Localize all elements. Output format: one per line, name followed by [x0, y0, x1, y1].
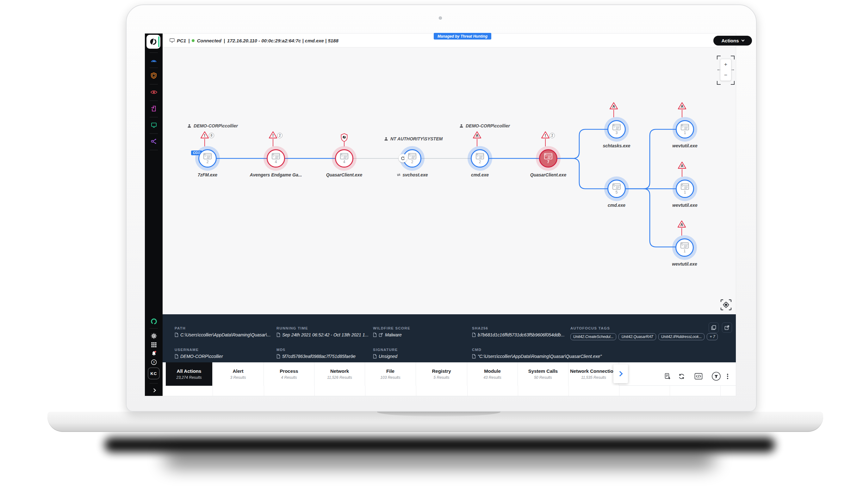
node-label: cmd.exe — [471, 172, 489, 177]
field-label: AUTOFOCUS TAGS — [571, 326, 710, 330]
user-label: DEMO-CORP\ccollier — [187, 123, 238, 128]
copy-all-button[interactable] — [709, 323, 719, 332]
filter-funnel-icon — [712, 371, 721, 381]
alert-triangle-icon[interactable]: A — [677, 220, 686, 228]
node-count: 1 — [684, 131, 686, 135]
open-external-button[interactable] — [722, 323, 732, 332]
autofocus-tag-list: Unit42.CreateSchedul... Unit42.QuasarRAT… — [571, 333, 718, 340]
node-circle[interactable]: 3 — [608, 120, 626, 138]
user-avatar[interactable]: KC — [148, 367, 160, 379]
export-results-button[interactable] — [662, 371, 673, 381]
more-tabs-button[interactable] — [613, 364, 628, 383]
more-options-button[interactable] — [724, 371, 731, 381]
copy-value-icon[interactable] — [175, 354, 178, 358]
copy-value-icon[interactable] — [472, 354, 476, 358]
node-circle[interactable]: 1 — [676, 180, 694, 198]
refresh-results-button[interactable] — [676, 371, 687, 381]
copy-value-icon[interactable] — [472, 332, 476, 337]
user-name: DEMO-CORP\ccollier — [466, 123, 510, 128]
filter-button[interactable] — [711, 371, 721, 381]
autofocus-tag[interactable]: Unit42.CreateSchedul... — [571, 333, 616, 340]
graph-edges — [163, 48, 736, 314]
laptop-screen-bezel: ? KC PC1 | Connected | 172.16.20.110 - 0… — [126, 4, 757, 412]
node-circle[interactable]: 7 — [539, 149, 558, 167]
field-label: MD5 — [276, 348, 375, 352]
svg-text:A: A — [681, 164, 684, 168]
sidebar-item-incidents[interactable] — [145, 55, 163, 67]
process-window-icon — [340, 153, 348, 159]
sidebar-item-reports[interactable] — [145, 102, 163, 114]
malware-shield-icon[interactable] — [341, 133, 348, 142]
copy-value-icon[interactable] — [175, 332, 178, 337]
node-circle[interactable]: 4 — [335, 149, 353, 167]
query-builder-button[interactable] — [693, 371, 703, 381]
node-circle[interactable]: 1 — [676, 120, 694, 138]
zoom-in-button[interactable]: + — [720, 59, 731, 70]
sidebar-divider — [150, 84, 158, 85]
copy-value-icon[interactable] — [276, 332, 280, 337]
sidebar-item-xsoar[interactable] — [145, 316, 163, 327]
tab-network[interactable]: Network11,526 Results — [314, 362, 365, 386]
host-details: 172.16.20.110 - 00:0c:29:a2:64:7c | cmd.… — [227, 38, 338, 43]
field-autofocus-tags: AUTOFOCUS TAGS — [571, 326, 710, 330]
node-circle[interactable]: 2 — [471, 149, 489, 167]
node-circle[interactable]: 5 — [608, 180, 626, 198]
node-circle[interactable]: 2 — [198, 149, 217, 167]
tab-network-connections[interactable]: Network Connectio...11,535 Results — [568, 362, 619, 386]
field-label: SHA256 — [472, 326, 570, 330]
alert-triangle-icon[interactable]: A — [609, 102, 618, 110]
process-window-icon — [681, 184, 689, 190]
alert-triangle-icon[interactable]: A — [473, 131, 481, 139]
tab-all-actions[interactable]: All Actions23,274 Results — [166, 362, 213, 386]
sidebar-item-endpoint-security[interactable] — [145, 70, 163, 81]
field-sha256: SHA256 b7b681d1c16ffd5731dc63f5b9606f054… — [472, 326, 570, 337]
alert-triangle-icon[interactable]: A — [678, 161, 687, 169]
alert-triangle-icon[interactable]: ! — [200, 131, 209, 139]
sidebar-item-causality[interactable] — [145, 135, 163, 147]
tab-module[interactable]: Module43 Results — [467, 362, 518, 386]
sidebar-collapse-button[interactable] — [145, 386, 163, 394]
cortex-xdr-logo[interactable] — [147, 35, 160, 49]
svg-text:?: ? — [153, 361, 155, 364]
zoom-out-button[interactable]: − — [720, 70, 731, 80]
actions-button[interactable]: Actions — [713, 36, 752, 46]
copy-value-icon[interactable] — [276, 354, 280, 358]
field-wildfire: WILDFIRE SCORE Malware — [373, 326, 471, 337]
tab-alert[interactable]: Alert3 Results — [213, 362, 264, 386]
center-view-button[interactable] — [719, 298, 733, 312]
alert-connector — [204, 139, 205, 147]
alert-triangle-icon[interactable]: ! — [541, 131, 550, 139]
node-count: 2 — [411, 160, 413, 164]
tab-process[interactable]: Process4 Results — [264, 362, 314, 386]
node-circle[interactable]: 4 — [267, 149, 285, 167]
sidebar-item-help[interactable]: ? — [145, 357, 163, 367]
tab-system-calls[interactable]: System Calls50 Results — [518, 362, 568, 386]
sidebar-item-threat-intel[interactable] — [145, 86, 163, 98]
threat-eye-icon — [150, 89, 158, 96]
open-report-icon[interactable] — [379, 332, 383, 337]
process-window-icon — [408, 153, 416, 159]
swap-arrows-icon — [396, 173, 401, 176]
tab-file[interactable]: File103 Results — [365, 362, 416, 386]
node-circle[interactable]: 1 — [675, 238, 694, 257]
alert-triangle-icon[interactable]: A — [678, 102, 687, 110]
sidebar-divider — [150, 134, 158, 134]
endpoints-monitor-icon — [151, 122, 157, 128]
node-count: 4 — [343, 160, 346, 164]
alert-triangle-icon[interactable]: ! — [268, 131, 277, 139]
crosshair-icon — [719, 298, 733, 312]
tab-registry[interactable]: Registry5 Results — [416, 362, 467, 386]
autofocus-tag[interactable]: Unit42.IPAddressLook... — [658, 333, 705, 340]
copy-value-icon[interactable] — [373, 354, 377, 358]
sidebar-divider — [150, 150, 158, 150]
autofocus-tag[interactable]: Unit42.QuasarRAT — [618, 333, 656, 340]
node-label: 7zFM.exe — [198, 172, 217, 177]
causality-graph-icon — [150, 138, 157, 145]
sidebar-item-endpoints[interactable] — [145, 119, 163, 131]
copy-value-icon[interactable] — [373, 332, 377, 337]
host-name: PC1 — [177, 38, 186, 43]
node-label: Avengers Endgame Ga... — [250, 172, 302, 177]
causality-graph-canvas[interactable]: DEMO-CORP\ccollier NT AUTHORITY\SYSTEM D… — [163, 48, 736, 314]
cortex-logo-icon — [149, 38, 158, 46]
autofocus-tag-more[interactable]: + 7 — [707, 333, 718, 340]
